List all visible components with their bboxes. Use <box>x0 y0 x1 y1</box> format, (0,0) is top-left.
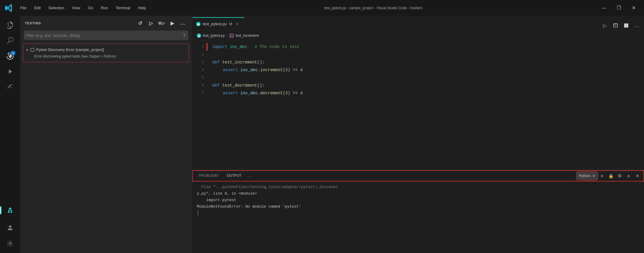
breadcrumb-filename[interactable]: test_pytest.py <box>203 34 225 38</box>
panel-copy-button[interactable]: ⧉ <box>616 172 624 180</box>
sidebar: TESTING ↺ ▷ ⚙▷ ▶ … ⊽ ∨ Pytest Discovery … <box>20 16 192 253</box>
dropdown-arrow-icon: ∨ <box>592 174 595 178</box>
panel-tab-bar: PROBLEMS OUTPUT … Python ∨ ≡ 🔒 ⧉ ∧ ✕ <box>192 170 644 182</box>
expand-chevron-icon: ∨ <box>26 48 28 52</box>
line-num-1: 1 <box>192 43 204 51</box>
tab-close-button[interactable]: ✕ <box>235 21 240 27</box>
activity-search[interactable] <box>3 34 17 48</box>
code-line-1: import inc_dec # The code to test <box>212 43 644 51</box>
run-file-button[interactable]: ▷ <box>600 21 610 30</box>
activity-extensions[interactable] <box>3 80 17 94</box>
menu-file[interactable]: File <box>17 4 30 11</box>
maximize-button[interactable]: ❐ <box>612 4 626 12</box>
breadcrumb-symbol[interactable]: test_increment <box>235 34 259 38</box>
menu-bar: File Edit Selection View Go Run Terminal… <box>17 4 149 11</box>
line-num-3: 3 <box>192 58 204 66</box>
panel-lock-button[interactable]: 🔒 <box>607 172 615 180</box>
menu-terminal[interactable]: Terminal <box>112 4 134 11</box>
breadcrumb: py test_pytest.py › fn test_increment <box>192 31 644 41</box>
line-num-6: 6 <box>192 82 204 89</box>
activity-accounts[interactable] <box>3 221 17 235</box>
output-source-selector: Python ∨ <box>576 172 598 180</box>
sidebar-title: TESTING <box>25 21 41 25</box>
line-num-4: 4 <box>192 66 204 74</box>
activity-bar: 2 <box>0 16 20 253</box>
debug-tests-button[interactable]: ⚙▷ <box>157 19 166 27</box>
menu-help[interactable]: Help <box>134 4 149 11</box>
line-numbers: 1 2 3 4 5 6 7 <box>192 41 206 170</box>
output-line-3: ModuleNotFoundError: No module named 'py… <box>197 203 639 210</box>
panel-scroll-up-button[interactable]: ∧ <box>624 172 633 180</box>
menu-edit[interactable]: Edit <box>31 4 44 11</box>
svg-text:fn: fn <box>230 34 233 37</box>
breadcrumb-separator: › <box>227 34 228 38</box>
editor-area: py test_pytest.py M ✕ ▷ … <box>192 16 644 253</box>
code-line-5 <box>212 74 644 82</box>
vscode-logo <box>4 3 14 13</box>
test-status-icon <box>30 48 34 52</box>
more-actions-button[interactable]: … <box>179 19 187 27</box>
split-editor-button[interactable] <box>611 21 620 30</box>
code-line-7: assert inc_dec.decrement(3) == 4 <box>212 89 644 97</box>
code-content[interactable]: import inc_dec # The code to test def te… <box>208 41 644 170</box>
line-num-5: 5 <box>192 74 204 82</box>
run-all-tests-button[interactable]: ▷ <box>147 19 155 27</box>
code-line-4: assert inc_dec.increment(3) == 4 <box>212 66 644 74</box>
source-control-badge: 2 <box>11 51 15 55</box>
toggle-panel-button[interactable] <box>621 21 631 30</box>
filter-bar: ⊽ <box>24 31 188 40</box>
activity-settings[interactable] <box>3 236 17 251</box>
activity-run-debug[interactable] <box>3 64 17 79</box>
output-cursor-line: │ <box>197 210 639 217</box>
refresh-tests-button[interactable]: ↺ <box>136 19 144 27</box>
close-button[interactable]: ✕ <box>627 4 640 12</box>
code-line-2 <box>212 51 644 58</box>
main-layout: 2 <box>0 16 644 253</box>
python-dropdown[interactable]: Python ∨ <box>576 172 598 180</box>
code-line-3: def test_increment(): <box>212 58 644 66</box>
menu-view[interactable]: View <box>68 4 84 11</box>
breadcrumb-file-icon: py <box>197 34 201 38</box>
code-editor[interactable]: 1 2 3 4 5 6 7 import inc_dec # The code … <box>192 41 644 170</box>
menu-run[interactable]: Run <box>97 4 111 11</box>
minimize-button[interactable]: — <box>597 4 611 12</box>
python-dropdown-label: Python <box>579 174 591 178</box>
error-title: Pytest Discovery Error [sample_project] <box>36 47 104 52</box>
menu-go[interactable]: Go <box>85 4 97 11</box>
editor-tab-test-pytest[interactable]: py test_pytest.py M ✕ <box>192 17 244 30</box>
window-title: test_pytest.py - sample_project - Visual… <box>149 6 597 10</box>
panel-close-button[interactable]: ✕ <box>633 172 642 180</box>
panel-tab-ellipsis[interactable]: … <box>246 174 253 178</box>
show-output-button[interactable]: ▶ <box>168 19 176 27</box>
more-editor-actions[interactable]: … <box>632 21 642 30</box>
line-num-7: 7 <box>192 89 204 97</box>
panel-actions: ≡ 🔒 ⧉ ∧ ✕ <box>598 172 642 180</box>
breadcrumb-symbol-icon: fn <box>229 34 234 38</box>
filter-input[interactable] <box>26 33 183 38</box>
bottom-panel: PROBLEMS OUTPUT … Python ∨ ≡ 🔒 ⧉ ∧ ✕ <box>192 170 644 253</box>
panel-tab-output[interactable]: OUTPUT <box>223 170 246 182</box>
tab-bar-actions: ▷ … <box>598 21 644 30</box>
menu-selection[interactable]: Selection <box>45 4 68 11</box>
output-content[interactable]: File "...pythonFiles/testing_tools/adapt… <box>192 182 644 253</box>
discovery-error-box: ∨ Pytest Discovery Error [sample_project… <box>23 44 189 62</box>
svg-text:py: py <box>197 23 200 26</box>
sidebar-actions: ↺ ▷ ⚙▷ ▶ … <box>136 19 187 27</box>
output-line-1: y.py", line 8, in <module> <box>197 190 639 197</box>
output-line-2: import pytest <box>197 197 639 203</box>
activity-source-control[interactable]: 2 <box>3 49 17 63</box>
code-line-6: def test_decrement(): <box>212 82 644 89</box>
window-controls: — ❐ ✕ <box>597 4 640 12</box>
python-file-icon: py <box>196 22 200 26</box>
activity-explorer[interactable] <box>3 18 17 32</box>
panel-tab-problems[interactable]: PROBLEMS <box>195 170 223 182</box>
svg-text:py: py <box>198 35 200 37</box>
activity-testing[interactable] <box>3 203 17 217</box>
sidebar-header: TESTING ↺ ▷ ⚙▷ ▶ … <box>20 16 192 31</box>
error-title-row[interactable]: ∨ Pytest Discovery Error [sample_project… <box>23 46 189 53</box>
tab-modified-badge: M <box>229 22 232 26</box>
filter-icon: ⊽ <box>183 33 186 38</box>
tab-filename: test_pytest.py <box>203 22 227 26</box>
panel-list-view-button[interactable]: ≡ <box>598 172 606 180</box>
error-subtitle: Error discovering pytest tests (see Outp… <box>23 53 189 60</box>
